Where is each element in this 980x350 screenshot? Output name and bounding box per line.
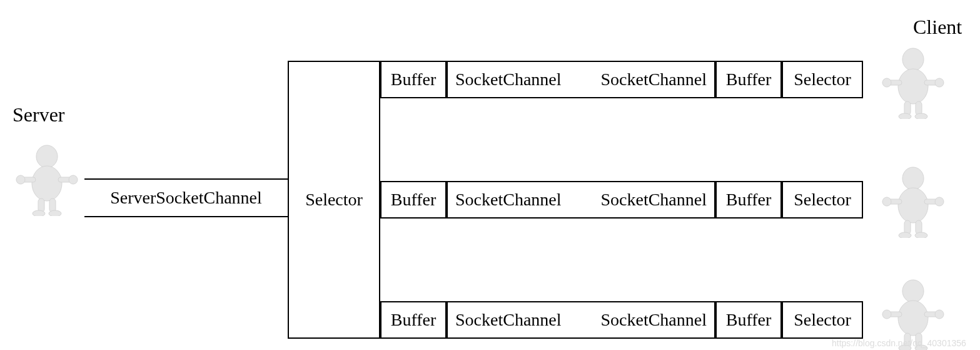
client-figure-2-icon xyxy=(882,163,944,238)
row3-socketchannel-box: SocketChannel SocketChannel xyxy=(447,301,715,339)
svg-point-30 xyxy=(902,280,924,302)
row1-socketchannel-box: SocketChannel SocketChannel xyxy=(447,61,715,98)
row3-selector-box: Selector xyxy=(782,301,863,339)
watermark-text: https://blog.csdn.net/qq_40301356 xyxy=(832,338,966,348)
row1-buffer1-box: Buffer xyxy=(380,61,447,98)
svg-point-4 xyxy=(16,175,25,184)
row2-selector-box: Selector xyxy=(782,181,863,219)
row3-buffer1-box: Buffer xyxy=(380,301,447,339)
diagram-root: Server Client ServerSocketChannel Select… xyxy=(0,0,980,350)
row3-socketchannel1-label: SocketChannel xyxy=(455,310,562,330)
svg-point-9 xyxy=(49,210,61,216)
svg-point-19 xyxy=(915,113,927,119)
row1-socketchannel2-label: SocketChannel xyxy=(600,69,707,90)
svg-point-0 xyxy=(36,145,58,168)
row3-buffer2-label: Buffer xyxy=(726,310,772,330)
svg-point-35 xyxy=(935,310,944,319)
row2-buffer1-label: Buffer xyxy=(391,190,437,210)
svg-point-28 xyxy=(899,232,911,238)
row2-socketchannel-box: SocketChannel SocketChannel xyxy=(447,181,715,219)
server-selector-box: Selector xyxy=(288,61,380,339)
row2-buffer2-box: Buffer xyxy=(715,181,782,219)
svg-point-18 xyxy=(899,113,911,119)
client-title: Client xyxy=(913,16,962,39)
svg-point-31 xyxy=(898,301,928,336)
row2-buffer2-label: Buffer xyxy=(726,190,772,210)
row1-buffer2-box: Buffer xyxy=(715,61,782,98)
svg-point-10 xyxy=(902,48,924,71)
svg-point-25 xyxy=(935,197,944,206)
server-figure-icon xyxy=(16,141,78,216)
server-title: Server xyxy=(13,103,65,126)
row3-socketchannel2-label: SocketChannel xyxy=(600,310,707,330)
server-socket-channel-label: ServerSocketChannel xyxy=(110,188,262,208)
row1-selector-box: Selector xyxy=(782,61,863,98)
row1-buffer1-label: Buffer xyxy=(391,69,437,90)
svg-point-24 xyxy=(882,197,891,206)
row3-buffer2-box: Buffer xyxy=(715,301,782,339)
svg-point-21 xyxy=(898,188,928,223)
row2-selector-label: Selector xyxy=(794,190,851,210)
row3-buffer1-label: Buffer xyxy=(391,310,437,330)
row2-socketchannel2-label: SocketChannel xyxy=(600,190,707,210)
row1-selector-label: Selector xyxy=(794,69,851,90)
svg-point-34 xyxy=(882,310,891,319)
svg-point-11 xyxy=(898,69,928,104)
server-selector-label: Selector xyxy=(305,190,363,210)
svg-point-8 xyxy=(33,210,45,216)
client-figure-1-icon xyxy=(882,44,944,119)
row2-socketchannel1-label: SocketChannel xyxy=(455,190,562,210)
row3-selector-label: Selector xyxy=(794,310,851,330)
svg-point-20 xyxy=(902,167,924,190)
svg-point-29 xyxy=(915,232,927,238)
svg-point-1 xyxy=(32,166,62,201)
row1-buffer2-label: Buffer xyxy=(726,69,772,90)
row1-socketchannel1-label: SocketChannel xyxy=(455,69,562,90)
row2-buffer1-box: Buffer xyxy=(380,181,447,219)
svg-point-14 xyxy=(882,78,891,87)
server-socket-channel-box: ServerSocketChannel xyxy=(84,178,288,217)
svg-point-5 xyxy=(69,175,78,184)
svg-point-15 xyxy=(935,78,944,87)
